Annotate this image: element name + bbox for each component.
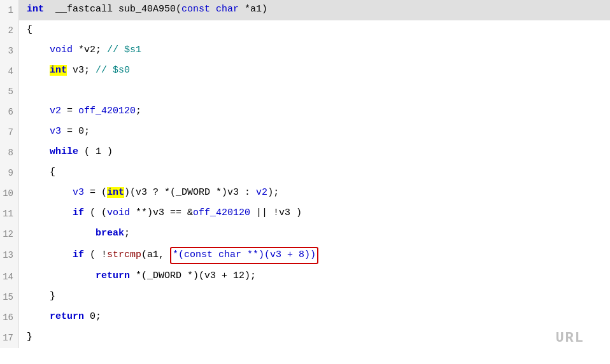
- code-text: *a1): [239, 4, 267, 15]
- line-number: 5: [0, 81, 19, 102]
- code-text: = 0;: [61, 126, 90, 137]
- code-view: 1int __fastcall sub_40A950(const char *a…: [0, 0, 610, 364]
- line-row: 4 int v3; // $s0: [0, 61, 610, 81]
- line-row: 2{: [0, 20, 610, 41]
- line-number: 1: [0, 0, 19, 20]
- code-text: [210, 4, 216, 15]
- line-number: 15: [0, 287, 19, 307]
- line-content: if ( (void **)v3 == &off_420120 || !v3 ): [19, 204, 610, 223]
- line-number: 7: [0, 122, 19, 143]
- code-text: }: [27, 291, 55, 302]
- line-content: void *v2; // $s1: [19, 41, 610, 60]
- variable: v3: [50, 126, 61, 137]
- variable: v2: [256, 187, 267, 198]
- line-content: v3 = (int)(v3 ? *(_DWORD *)v3 : v2);: [19, 183, 610, 203]
- keyword-void: void: [107, 207, 130, 218]
- code-text: [27, 65, 50, 76]
- line-number: 12: [0, 224, 19, 244]
- function-call: strcmp: [107, 249, 141, 260]
- code-text: =: [61, 106, 78, 116]
- keyword-if: if: [73, 207, 84, 218]
- line-row: 14 return *(_DWORD *)(v3 + 12);: [0, 267, 610, 287]
- line-row: 10 v3 = (int)(v3 ? *(_DWORD *)v3 : v2);: [0, 183, 610, 204]
- line-row: 11 if ( (void **)v3 == &off_420120 || !v…: [0, 204, 610, 224]
- keyword-int-highlighted: int: [50, 65, 67, 76]
- line-content: v3 = 0;: [19, 122, 610, 142]
- code-text: )(v3 ? *(: [124, 187, 176, 198]
- line-number: 13: [0, 244, 19, 267]
- keyword-break: break: [96, 228, 124, 239]
- line-content: {: [19, 20, 610, 40]
- code-text: );: [267, 187, 279, 198]
- keyword-char: char: [216, 4, 239, 15]
- code-text: [27, 146, 50, 157]
- code-text: {: [27, 167, 55, 178]
- line-content: int v3; // $s0: [19, 61, 610, 81]
- line-number: 10: [0, 183, 19, 204]
- line-number: 11: [0, 204, 19, 224]
- line-content: break;: [19, 224, 610, 244]
- code-lines: 1int __fastcall sub_40A950(const char *a…: [0, 0, 610, 348]
- line-number: 14: [0, 267, 19, 287]
- code-text: v3;: [67, 65, 96, 76]
- keyword-const: const: [181, 4, 210, 15]
- line-row: 8 while ( 1 ): [0, 143, 610, 163]
- code-text: 0;: [84, 311, 101, 322]
- keyword-void: void: [50, 45, 73, 55]
- variable: off_420120: [78, 106, 136, 116]
- line-number: 17: [0, 328, 19, 348]
- keyword-if: if: [73, 249, 84, 260]
- code-text: = (: [84, 187, 107, 198]
- code-text: ;: [136, 106, 141, 116]
- code-text: ;: [124, 228, 130, 239]
- code-text: )v3 :: [222, 187, 256, 198]
- comment: // $s0: [96, 65, 130, 76]
- code-text: ( (: [84, 207, 107, 218]
- code-text: [27, 249, 73, 260]
- line-content: return *(_DWORD *)(v3 + 12);: [19, 267, 610, 286]
- code-text: [27, 45, 50, 55]
- line-content: [19, 81, 610, 87]
- line-content: {: [19, 163, 610, 183]
- code-text: *(_DWORD *)(v3 + 12);: [130, 270, 256, 281]
- code-text: }: [27, 332, 32, 342]
- code-text: [27, 106, 50, 116]
- code-text: [27, 187, 73, 198]
- line-content: int __fastcall sub_40A950(const char *a1…: [19, 0, 610, 20]
- line-number: 9: [0, 163, 19, 183]
- line-row: 15 }: [0, 287, 610, 307]
- line-row: 7 v3 = 0;: [0, 122, 610, 143]
- line-number: 6: [0, 102, 19, 122]
- code-text: _DWORD *: [176, 187, 222, 198]
- line-content: }: [19, 287, 610, 307]
- code-text: ( !: [84, 249, 107, 260]
- line-content: }: [19, 328, 610, 347]
- line-number: 3: [0, 41, 19, 61]
- code-text: [27, 270, 96, 281]
- code-text: || !v3 ): [250, 207, 302, 218]
- line-row: 6 v2 = off_420120;: [0, 102, 610, 122]
- line-content: v2 = off_420120;: [19, 102, 610, 122]
- line-row: 1int __fastcall sub_40A950(const char *a…: [0, 0, 610, 20]
- line-row: 3 void *v2; // $s1: [0, 41, 610, 61]
- variable: v2: [50, 106, 61, 116]
- line-row: 9 {: [0, 163, 610, 183]
- line-row: 13 if ( !strcmp(a1, *(const char **)(v3 …: [0, 244, 610, 267]
- code-text: [27, 207, 73, 218]
- code-text: __fastcall sub_40A950(: [44, 4, 181, 15]
- line-number: 2: [0, 20, 19, 41]
- keyword-int-highlighted: int: [107, 187, 124, 198]
- line-number: 16: [0, 307, 19, 328]
- code-text: ( 1 ): [78, 146, 113, 157]
- code-text: [27, 126, 50, 137]
- line-number: 8: [0, 143, 19, 163]
- code-text: {: [27, 24, 32, 35]
- line-content: while ( 1 ): [19, 143, 610, 162]
- line-content: if ( !strcmp(a1, *(const char **)(v3 + 8…: [19, 244, 610, 267]
- keyword-return: return: [96, 270, 130, 281]
- keyword-int: int: [27, 4, 44, 15]
- line-row: 16 return 0;: [0, 307, 610, 328]
- variable: v3: [73, 187, 84, 198]
- code-text: [27, 311, 50, 322]
- line-row: 17}: [0, 328, 610, 348]
